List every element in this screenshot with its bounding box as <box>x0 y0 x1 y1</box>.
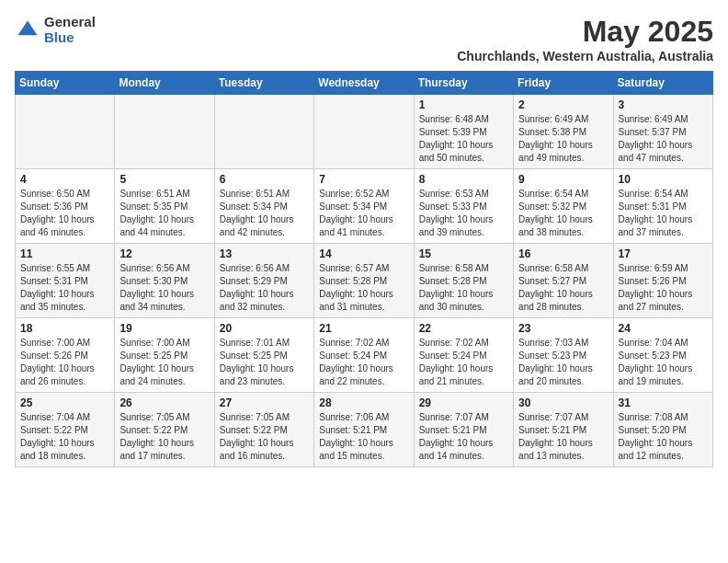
day-number: 21 <box>319 322 408 335</box>
day-number: 30 <box>518 396 608 409</box>
day-info: Sunrise: 6:50 AM Sunset: 5:36 PM Dayligh… <box>20 188 109 239</box>
calendar-cell: 30Sunrise: 7:07 AM Sunset: 5:21 PM Dayli… <box>514 393 613 467</box>
calendar-cell: 25Sunrise: 7:04 AM Sunset: 5:22 PM Dayli… <box>16 393 115 467</box>
calendar-cell <box>115 95 214 169</box>
day-number: 4 <box>20 173 109 186</box>
day-info: Sunrise: 6:58 AM Sunset: 5:28 PM Dayligh… <box>419 262 508 314</box>
calendar-cell: 20Sunrise: 7:01 AM Sunset: 5:25 PM Dayli… <box>214 318 313 393</box>
calendar-cell: 22Sunrise: 7:02 AM Sunset: 5:24 PM Dayli… <box>414 318 513 393</box>
day-number: 18 <box>20 322 109 335</box>
main-title: May 2025 <box>457 15 713 49</box>
day-info: Sunrise: 6:57 AM Sunset: 5:28 PM Dayligh… <box>319 262 408 314</box>
calendar-cell <box>16 95 115 169</box>
day-number: 13 <box>220 247 309 260</box>
svg-marker-0 <box>18 20 38 35</box>
day-info: Sunrise: 7:07 AM Sunset: 5:21 PM Dayligh… <box>419 411 508 463</box>
calendar-cell: 19Sunrise: 7:00 AM Sunset: 5:25 PM Dayli… <box>115 318 214 393</box>
calendar-week-row: 25Sunrise: 7:04 AM Sunset: 5:22 PM Dayli… <box>16 393 713 467</box>
day-number: 25 <box>20 396 109 409</box>
day-info: Sunrise: 6:54 AM Sunset: 5:31 PM Dayligh… <box>619 188 708 239</box>
weekday-header-row: SundayMondayTuesdayWednesdayThursdayFrid… <box>16 72 713 95</box>
day-number: 29 <box>419 396 508 409</box>
day-number: 9 <box>518 173 608 186</box>
logo-general: General <box>44 15 96 30</box>
day-number: 14 <box>319 247 408 260</box>
calendar-cell: 2Sunrise: 6:49 AM Sunset: 5:38 PM Daylig… <box>514 95 613 169</box>
logo-blue: Blue <box>44 30 96 46</box>
calendar-body: 1Sunrise: 6:48 AM Sunset: 5:39 PM Daylig… <box>16 95 713 467</box>
calendar-cell: 11Sunrise: 6:55 AM Sunset: 5:31 PM Dayli… <box>16 244 115 318</box>
calendar-cell <box>214 95 313 169</box>
calendar-cell: 14Sunrise: 6:57 AM Sunset: 5:28 PM Dayli… <box>314 244 414 318</box>
page-header: General Blue May 2025 Churchlands, Weste… <box>15 15 713 63</box>
day-number: 19 <box>119 322 209 335</box>
weekday-header-cell: Thursday <box>414 72 513 95</box>
calendar-cell: 24Sunrise: 7:04 AM Sunset: 5:23 PM Dayli… <box>613 318 712 393</box>
day-info: Sunrise: 6:53 AM Sunset: 5:33 PM Dayligh… <box>419 188 508 239</box>
calendar-week-row: 1Sunrise: 6:48 AM Sunset: 5:39 PM Daylig… <box>16 95 713 169</box>
day-number: 24 <box>619 322 708 335</box>
calendar-cell: 26Sunrise: 7:05 AM Sunset: 5:22 PM Dayli… <box>115 393 214 467</box>
calendar-cell: 27Sunrise: 7:05 AM Sunset: 5:22 PM Dayli… <box>214 393 313 467</box>
day-number: 5 <box>119 173 209 186</box>
day-info: Sunrise: 7:06 AM Sunset: 5:21 PM Dayligh… <box>319 411 408 463</box>
day-number: 22 <box>419 322 508 335</box>
calendar-cell: 28Sunrise: 7:06 AM Sunset: 5:21 PM Dayli… <box>314 393 414 467</box>
subtitle: Churchlands, Western Australia, Australi… <box>457 49 713 63</box>
calendar-cell: 23Sunrise: 7:03 AM Sunset: 5:23 PM Dayli… <box>514 318 613 393</box>
calendar-cell <box>314 95 414 169</box>
day-info: Sunrise: 6:58 AM Sunset: 5:27 PM Dayligh… <box>518 262 608 314</box>
day-number: 23 <box>518 322 608 335</box>
calendar-cell: 9Sunrise: 6:54 AM Sunset: 5:32 PM Daylig… <box>514 169 613 244</box>
day-info: Sunrise: 7:00 AM Sunset: 5:26 PM Dayligh… <box>20 337 109 388</box>
calendar-week-row: 4Sunrise: 6:50 AM Sunset: 5:36 PM Daylig… <box>16 169 713 244</box>
logo-icon <box>15 17 40 43</box>
day-number: 1 <box>419 98 508 111</box>
day-info: Sunrise: 6:49 AM Sunset: 5:38 PM Dayligh… <box>518 113 608 165</box>
day-info: Sunrise: 6:52 AM Sunset: 5:34 PM Dayligh… <box>319 188 408 239</box>
calendar-cell: 6Sunrise: 6:51 AM Sunset: 5:34 PM Daylig… <box>214 169 313 244</box>
calendar-cell: 29Sunrise: 7:07 AM Sunset: 5:21 PM Dayli… <box>414 393 513 467</box>
day-info: Sunrise: 7:00 AM Sunset: 5:25 PM Dayligh… <box>119 337 209 388</box>
day-number: 17 <box>619 247 708 260</box>
day-info: Sunrise: 6:48 AM Sunset: 5:39 PM Dayligh… <box>419 113 508 165</box>
day-number: 15 <box>419 247 508 260</box>
day-info: Sunrise: 6:49 AM Sunset: 5:37 PM Dayligh… <box>619 113 708 165</box>
calendar-cell: 21Sunrise: 7:02 AM Sunset: 5:24 PM Dayli… <box>314 318 414 393</box>
day-info: Sunrise: 7:05 AM Sunset: 5:22 PM Dayligh… <box>119 411 209 463</box>
day-info: Sunrise: 7:02 AM Sunset: 5:24 PM Dayligh… <box>319 337 408 388</box>
day-number: 28 <box>319 396 408 409</box>
day-number: 26 <box>119 396 209 409</box>
day-info: Sunrise: 6:56 AM Sunset: 5:29 PM Dayligh… <box>220 262 309 314</box>
calendar-cell: 18Sunrise: 7:00 AM Sunset: 5:26 PM Dayli… <box>16 318 115 393</box>
calendar-cell: 3Sunrise: 6:49 AM Sunset: 5:37 PM Daylig… <box>613 95 712 169</box>
calendar-cell: 10Sunrise: 6:54 AM Sunset: 5:31 PM Dayli… <box>613 169 712 244</box>
day-info: Sunrise: 7:01 AM Sunset: 5:25 PM Dayligh… <box>220 337 309 388</box>
calendar-week-row: 18Sunrise: 7:00 AM Sunset: 5:26 PM Dayli… <box>16 318 713 393</box>
day-info: Sunrise: 7:02 AM Sunset: 5:24 PM Dayligh… <box>419 337 508 388</box>
day-info: Sunrise: 7:04 AM Sunset: 5:23 PM Dayligh… <box>619 337 708 388</box>
day-number: 6 <box>220 173 309 186</box>
day-info: Sunrise: 7:07 AM Sunset: 5:21 PM Dayligh… <box>518 411 608 463</box>
calendar-cell: 16Sunrise: 6:58 AM Sunset: 5:27 PM Dayli… <box>514 244 613 318</box>
logo-text: General Blue <box>44 15 96 45</box>
weekday-header-cell: Friday <box>514 72 613 95</box>
weekday-header-cell: Saturday <box>613 72 712 95</box>
day-info: Sunrise: 6:59 AM Sunset: 5:26 PM Dayligh… <box>619 262 708 314</box>
calendar-cell: 5Sunrise: 6:51 AM Sunset: 5:35 PM Daylig… <box>115 169 214 244</box>
logo: General Blue <box>15 15 96 45</box>
title-block: May 2025 Churchlands, Western Australia,… <box>457 15 713 63</box>
day-number: 16 <box>518 247 608 260</box>
calendar-cell: 15Sunrise: 6:58 AM Sunset: 5:28 PM Dayli… <box>414 244 513 318</box>
calendar-cell: 17Sunrise: 6:59 AM Sunset: 5:26 PM Dayli… <box>613 244 712 318</box>
day-number: 2 <box>518 98 608 111</box>
calendar-cell: 7Sunrise: 6:52 AM Sunset: 5:34 PM Daylig… <box>314 169 414 244</box>
day-number: 12 <box>119 247 209 260</box>
day-info: Sunrise: 6:56 AM Sunset: 5:30 PM Dayligh… <box>119 262 209 314</box>
calendar-cell: 31Sunrise: 7:08 AM Sunset: 5:20 PM Dayli… <box>613 393 712 467</box>
day-number: 11 <box>20 247 109 260</box>
calendar-cell: 4Sunrise: 6:50 AM Sunset: 5:36 PM Daylig… <box>16 169 115 244</box>
day-number: 7 <box>319 173 408 186</box>
calendar-cell: 13Sunrise: 6:56 AM Sunset: 5:29 PM Dayli… <box>214 244 313 318</box>
calendar-cell: 8Sunrise: 6:53 AM Sunset: 5:33 PM Daylig… <box>414 169 513 244</box>
